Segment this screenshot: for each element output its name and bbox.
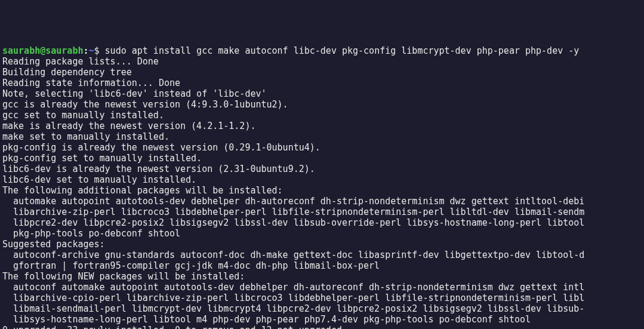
output-line: automake autopoint autotools-dev debhelp… [2,196,642,207]
output-line: libarchive-cpio-perl libarchive-zip-perl… [2,293,642,303]
output-line: gcc is already the newest version (4:9.3… [2,99,642,110]
output-line: libc6-dev is already the newest version … [2,164,642,174]
prompt-line: saurabh@saurabh:~$ sudo apt install gcc … [2,45,579,56]
prompt-path: ~ [89,45,94,56]
output-line: pkg-php-tools po-debconf shtool [2,228,642,239]
output-line: make is already the newest version (4.2.… [2,121,642,131]
output-line: The following NEW packages will be insta… [2,271,642,282]
output-line: pkg-config set to manually installed. [2,153,642,164]
command-text: sudo apt install gcc make autoconf libc-… [105,45,580,56]
output-line: Building dependency tree [2,67,642,78]
output-line: gfortran | fortran95-compiler gcj-jdk m4… [2,260,642,271]
output-line: 0 upgraded, 33 newly installed, 0 to rem… [2,325,642,329]
prompt-user-host: saurabh@saurabh [2,45,83,56]
output-line: gcc set to manually installed. [2,110,642,121]
output-line: make set to manually installed. [2,131,642,142]
output-line: libarchive-zip-perl libcroco3 libdebhelp… [2,207,642,217]
prompt-dollar: $ [94,45,105,56]
output-line: libsys-hostname-long-perl libtool m4 php… [2,314,642,325]
output-line: Reading state information... Done [2,78,642,88]
output-line: autoconf-archive gnu-standards autoconf-… [2,250,642,260]
output-line: libc6-dev set to manually installed. [2,174,642,185]
output-line: Note, selecting 'libc6-dev' instead of '… [2,88,642,99]
output-line: pkg-config is already the newest version… [2,142,642,153]
output-line: libpcre2-dev libpcre2-posix2 libsigsegv2… [2,217,642,228]
prompt-colon: : [83,45,88,56]
output-line: The following additional packages will b… [2,185,642,196]
output-line: Reading package lists... Done [2,56,642,67]
output-line: autoconf automake autopoint autotools-de… [2,282,642,293]
terminal-window[interactable]: saurabh@saurabh:~$ sudo apt install gcc … [2,45,642,329]
output-line: Suggested packages: [2,239,642,250]
output-line: libmail-sendmail-perl libmcrypt-dev libm… [2,303,642,314]
